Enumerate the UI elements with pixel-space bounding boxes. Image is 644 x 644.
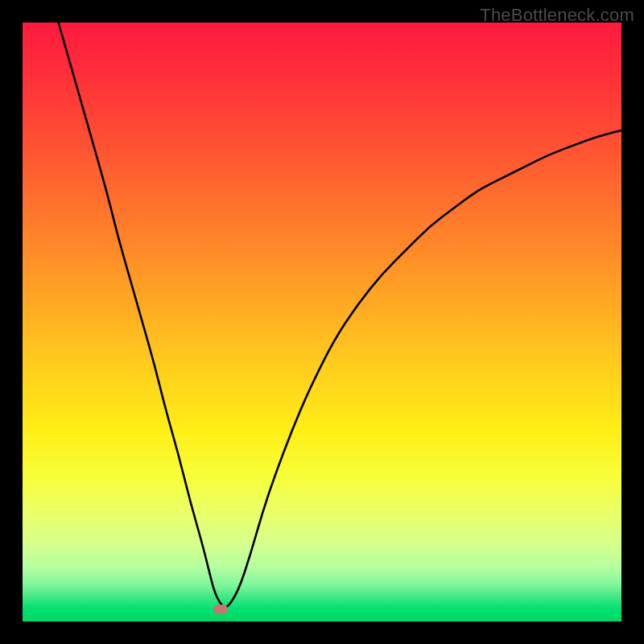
bottleneck-curve <box>23 23 621 621</box>
plot-area <box>23 23 621 621</box>
curve-path <box>59 23 621 607</box>
chart-frame: TheBottleneck.com <box>0 0 644 644</box>
watermark-text: TheBottleneck.com <box>480 5 634 26</box>
minimum-marker <box>213 605 228 614</box>
